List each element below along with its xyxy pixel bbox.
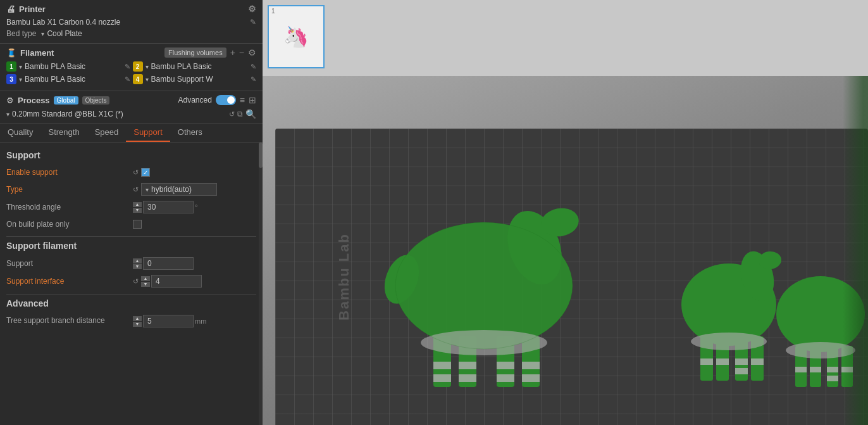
enable-support-label: Enable support [6, 168, 133, 177]
printer-icon: 🖨 [6, 4, 15, 14]
thumbnail-number-1: 1 [271, 8, 275, 15]
filament-row-1: 1 ▾ Bambu PLA Basic ✎ 2 ▾ Bambu PLA Basi… [6, 61, 256, 72]
filament-header-left: 🧵 Filament [6, 48, 54, 58]
filament-1-edit[interactable]: ✎ [125, 63, 130, 71]
svg-rect-36 [827, 367, 838, 372]
tab-support[interactable]: Support [126, 124, 170, 142]
threshold-angle-row: Threshold angle ▲ ▼ 30 ° [6, 198, 256, 216]
on-build-plate-row: On build plate only [6, 216, 256, 232]
interface-value-text: 4 [156, 277, 160, 286]
svg-rect-40 [810, 367, 821, 372]
on-build-plate-checkbox[interactable] [133, 220, 142, 229]
tab-strength[interactable]: Strength [40, 124, 87, 142]
advanced-label: Advanced [178, 96, 211, 105]
type-value: ↺ ▾ hybrid(auto) [133, 183, 256, 196]
support-up[interactable]: ▲ [133, 258, 142, 263]
build-plate: Bambu Lab [275, 129, 868, 425]
tree-unit: mm [195, 317, 206, 325]
filament-3-name: Bambu PLA Basic [25, 75, 122, 84]
threshold-angle-value: ▲ ▼ 30 ° [133, 201, 256, 213]
support-interface-row: Support interface ↺ ▲ ▼ 4 [6, 272, 256, 290]
tab-speed[interactable]: Speed [87, 124, 127, 142]
filament-3-edit[interactable]: ✎ [125, 75, 130, 84]
support-interface-value: ↺ ▲ ▼ 4 [133, 275, 256, 288]
filament-controls: Flushing volumes + − ⚙ [164, 48, 256, 58]
filament-badge-3[interactable]: 3 [6, 74, 16, 84]
badge-objects[interactable]: Objects [82, 96, 110, 105]
process-list-icon[interactable]: ≡ [240, 95, 245, 105]
reset-icon[interactable]: ↺ [229, 110, 235, 118]
filament-3-chevron: ▾ [19, 76, 22, 83]
filament-gear-icon[interactable]: ⚙ [248, 48, 256, 58]
interface-up[interactable]: ▲ [141, 276, 150, 281]
printer-gear-icon[interactable]: ⚙ [248, 4, 256, 14]
printer-edit-icon[interactable]: ✎ [250, 18, 256, 27]
thumbnail-card-1[interactable]: 1 🦄 [268, 5, 325, 68]
support-interface-label: Support interface [6, 277, 133, 286]
search-icon[interactable]: 🔍 [245, 109, 256, 119]
filament-add-icon[interactable]: + [230, 48, 235, 58]
filament-4-name: Bambu Support W [151, 75, 249, 84]
filament-badge-1[interactable]: 1 [6, 61, 16, 72]
filament-2-name: Bambu PLA Basic [151, 62, 249, 71]
filament-1-name: Bambu PLA Basic [25, 62, 122, 71]
process-multi-icon[interactable]: ⊞ [249, 95, 256, 105]
enable-support-reset[interactable]: ↺ [133, 168, 139, 177]
threshold-stepper: ▲ ▼ [133, 202, 142, 213]
divider-2 [6, 294, 256, 295]
svg-rect-29 [716, 358, 729, 365]
threshold-up[interactable]: ▲ [133, 202, 142, 207]
tab-others[interactable]: Others [170, 124, 210, 142]
filament-2-edit[interactable]: ✎ [251, 63, 256, 71]
advanced-toggle[interactable] [216, 95, 236, 105]
tree-down[interactable]: ▼ [133, 322, 142, 327]
filament-badge-4[interactable]: 4 [133, 74, 143, 84]
tabs-row: Quality Strength Speed Support Others [0, 124, 263, 143]
filament-col-3: 3 ▾ Bambu PLA Basic ✎ [6, 74, 130, 84]
filament-section: 🧵 Filament Flushing volumes + − ⚙ 1 ▾ Ba… [0, 44, 263, 91]
printer-name-text: Bambu Lab X1 Carbon 0.4 nozzle [6, 18, 120, 27]
support-input[interactable]: 0 [143, 257, 194, 270]
enable-support-checkbox[interactable]: ✓ [141, 168, 150, 177]
filament-4-edit[interactable]: ✎ [251, 75, 256, 84]
filament-badge-2[interactable]: 2 [133, 61, 143, 72]
bed-type-value[interactable]: ▾ Cool Plate [41, 29, 82, 38]
support-down[interactable]: ▼ [133, 264, 142, 269]
support-filament-row: Support ▲ ▼ 0 [6, 255, 256, 272]
filament-section-label: Filament [20, 48, 54, 58]
flushing-volumes-button[interactable]: Flushing volumes [164, 48, 226, 58]
threshold-input[interactable]: 30 [143, 201, 194, 213]
type-chevron: ▾ [146, 186, 149, 193]
interface-stepper-wrapper: ▲ ▼ 4 [141, 275, 202, 288]
support-filament-label: Support [6, 259, 133, 268]
tree-input[interactable]: 5 [143, 315, 194, 327]
tab-quality[interactable]: Quality [0, 124, 40, 142]
copy-icon[interactable]: ⧉ [237, 110, 243, 118]
preset-name[interactable]: 0.20mm Standard @BBL X1C (*) [12, 110, 226, 118]
threshold-value-text: 30 [147, 203, 156, 212]
divider-1 [6, 236, 256, 237]
interface-down[interactable]: ▼ [141, 282, 150, 287]
printer-section-label: Printer [19, 4, 46, 14]
svg-rect-14 [459, 362, 476, 369]
type-reset[interactable]: ↺ [133, 186, 139, 194]
printer-header: 🖨 Printer ⚙ [6, 4, 256, 14]
filament-col-4: 4 ▾ Bambu Support W ✎ [133, 74, 257, 84]
process-section: ⚙ Process Global Objects Advanced ≡ ⊞ ▾ … [0, 91, 263, 124]
process-header: ⚙ Process Global Objects Advanced ≡ ⊞ [6, 95, 256, 105]
support-interface-reset[interactable]: ↺ [133, 277, 139, 286]
type-dropdown[interactable]: ▾ hybrid(auto) [141, 183, 217, 196]
svg-rect-13 [433, 374, 451, 382]
filament-header: 🧵 Filament Flushing volumes + − ⚙ [6, 48, 256, 58]
interface-input[interactable]: 4 [151, 275, 202, 288]
process-right: Advanced ≡ ⊞ [178, 95, 256, 105]
badge-global[interactable]: Global [54, 96, 78, 105]
filament-remove-icon[interactable]: − [239, 48, 244, 58]
filament-group-title: Support filament [6, 241, 256, 251]
svg-rect-11 [522, 374, 540, 382]
threshold-down[interactable]: ▼ [133, 208, 142, 213]
tree-up[interactable]: ▲ [133, 316, 142, 321]
svg-rect-12 [433, 362, 451, 369]
support-group-title: Support [6, 150, 256, 160]
process-icon: ⚙ [6, 96, 14, 105]
